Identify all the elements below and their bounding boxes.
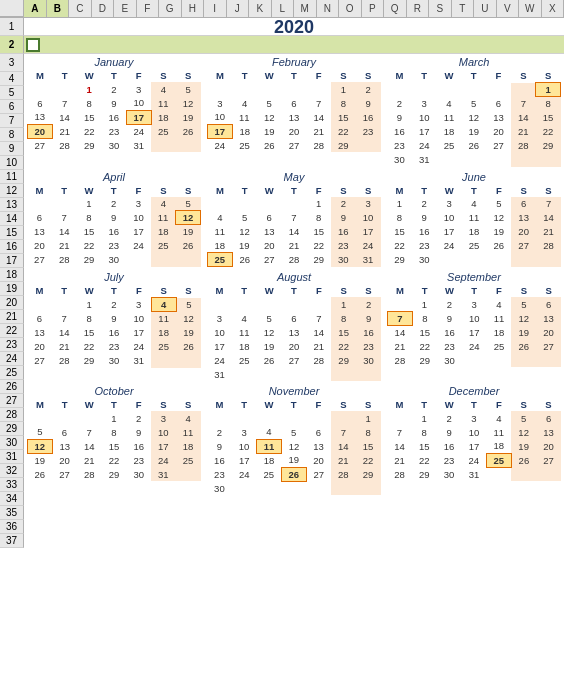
table-row[interactable]: 26 [176,239,201,253]
table-row[interactable] [257,481,282,495]
table-row[interactable] [257,82,282,96]
table-row[interactable] [412,83,437,97]
table-row[interactable]: 14 [387,439,412,453]
table-row[interactable] [27,298,52,312]
col-header-E[interactable]: E [114,0,137,17]
table-row[interactable]: 23 [126,453,151,467]
table-row[interactable]: 29 [331,138,356,152]
table-row[interactable]: 28 [511,139,536,153]
table-row[interactable]: 18 [462,225,487,239]
table-row[interactable]: 20 [27,340,52,354]
table-row[interactable]: 3 [126,197,151,211]
table-row[interactable]: 4 [151,298,176,312]
table-row[interactable]: 29 [412,353,437,367]
table-row[interactable]: 15 [77,225,102,239]
table-row[interactable]: 7 [331,425,356,439]
table-row[interactable]: 26 [232,253,257,267]
table-row[interactable] [77,411,102,425]
col-header-F[interactable]: F [137,0,160,17]
table-row[interactable]: 9 [126,425,151,439]
table-row[interactable]: 3 [412,97,437,111]
table-row[interactable]: 2 [437,297,462,311]
table-row[interactable]: 25 [176,453,201,467]
table-row[interactable]: 16 [356,325,381,339]
col-header-K[interactable]: K [249,0,272,17]
table-row[interactable]: 18 [487,325,512,339]
table-row[interactable]: 19 [232,239,257,253]
table-row[interactable]: 16 [101,225,126,239]
table-row[interactable]: 6 [27,312,52,326]
table-row[interactable]: 15 [331,110,356,124]
table-row[interactable]: 16 [437,325,462,339]
table-row[interactable]: 20 [486,125,511,139]
table-row[interactable]: 12 [281,439,306,453]
table-row[interactable]: 6 [486,97,511,111]
table-row[interactable]: 5 [176,197,201,211]
table-row[interactable]: 27 [52,467,77,481]
table-row[interactable]: 19 [176,225,201,239]
table-row[interactable]: 15 [387,225,412,239]
table-row[interactable]: 24 [207,353,232,367]
table-row[interactable]: 13 [282,325,307,339]
table-row[interactable]: 23 [356,339,381,353]
table-row[interactable]: 22 [412,339,437,353]
table-row[interactable]: 3 [207,311,232,325]
table-row[interactable]: 19 [176,110,201,124]
table-row[interactable] [511,353,536,367]
table-row[interactable]: 26 [257,138,282,152]
table-row[interactable] [536,253,561,267]
table-row[interactable]: 4 [487,297,512,311]
table-row[interactable]: 28 [282,253,307,267]
table-row[interactable]: 22 [102,453,127,467]
table-row[interactable]: 4 [232,311,257,325]
table-row[interactable]: 9 [207,439,232,453]
table-row[interactable]: 27 [28,138,53,152]
table-row[interactable]: 16 [356,110,381,124]
table-row[interactable]: 11 [462,211,487,225]
table-row[interactable]: 20 [28,124,53,138]
table-row[interactable] [126,253,151,267]
table-row[interactable]: 3 [126,298,151,312]
table-row[interactable]: 28 [331,467,356,481]
table-row[interactable]: 14 [511,111,536,125]
table-row[interactable] [331,411,356,425]
table-row[interactable] [232,367,257,381]
table-row[interactable]: 19 [511,439,536,453]
table-row[interactable]: 20 [257,239,282,253]
table-row[interactable]: 22 [331,124,356,138]
table-row[interactable]: 14 [331,439,356,453]
table-row[interactable]: 20 [511,225,536,239]
table-row[interactable]: 5 [176,82,201,96]
table-row[interactable]: 20 [52,453,77,467]
table-row[interactable]: 13 [282,110,307,124]
table-row[interactable]: 13 [511,211,536,225]
table-row[interactable]: 23 [102,124,127,138]
table-row[interactable]: 7 [536,197,561,211]
table-row[interactable]: 3 [462,297,487,311]
table-row[interactable]: 18 [486,439,511,453]
table-row[interactable]: 29 [306,253,331,267]
table-row[interactable]: 7 [511,97,536,111]
table-row[interactable]: 2 [356,82,381,96]
table-row[interactable]: 5 [511,411,536,425]
table-row[interactable] [232,411,257,425]
table-row[interactable] [437,83,462,97]
table-row[interactable]: 27 [306,467,331,481]
table-row[interactable]: 29 [77,354,102,368]
table-row[interactable]: 5 [486,197,511,211]
table-row[interactable]: 29 [356,467,381,481]
table-row[interactable] [282,82,307,96]
table-row[interactable]: 8 [331,311,356,325]
table-row[interactable]: 16 [207,453,232,467]
table-row[interactable]: 7 [52,96,77,110]
table-row[interactable]: 4 [151,82,176,96]
table-row[interactable] [486,153,511,167]
table-row[interactable]: 2 [207,425,232,439]
table-row[interactable] [257,297,282,311]
table-row[interactable]: 11 [486,425,511,439]
table-row[interactable] [511,253,536,267]
table-row[interactable]: 13 [27,326,52,340]
table-row[interactable]: 29 [102,467,127,481]
table-row[interactable]: 28 [306,138,331,152]
col-header-S[interactable]: S [429,0,452,17]
